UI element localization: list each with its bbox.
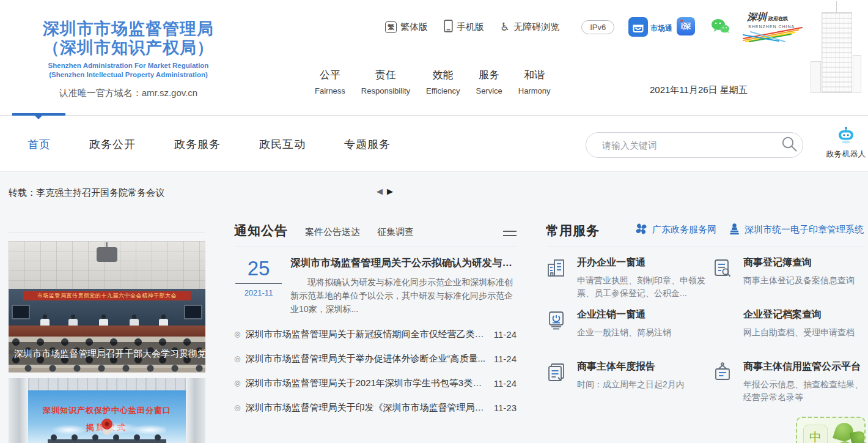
notice-item[interactable]: ◎ 深圳市市场监督管理局关于印发《深圳市市场监督管理局商... 11-23 bbox=[234, 395, 517, 420]
service-business-cancellation[interactable]: 企业注销一窗通 企业一般注销、简易注销 bbox=[546, 308, 712, 346]
nav-item-special-services[interactable]: 专题服务 bbox=[344, 137, 391, 152]
nav-item-gov-disclosure[interactable]: 政务公开 bbox=[89, 137, 136, 152]
mobile-version-link[interactable]: 手机版 bbox=[444, 20, 484, 34]
photo2-pillar-right bbox=[186, 378, 205, 443]
photo2-sky-banner: 深圳知识产权保护中心盐田分窗口 揭牌仪式 bbox=[28, 390, 186, 443]
news-ticker-link[interactable]: 转载：李克强主持召开国务院常务会议 bbox=[9, 187, 164, 199]
robot-label: 政务机器人 bbox=[824, 149, 868, 160]
notices-more-icon[interactable] bbox=[503, 231, 517, 239]
pinwheel-icon bbox=[634, 222, 648, 237]
notice-item[interactable]: ◎ 深圳市市场监督管理局关于新冠疫情期间全市仅经营乙类非... 11-24 bbox=[234, 322, 517, 346]
official-domain-notice: 认准唯一官方域名：amr.sz.gov.cn bbox=[16, 87, 241, 99]
services-section: 常用服务 广东政务服务网 深圳市统一电子印章管理系统 bbox=[546, 222, 864, 398]
value-harmony: 和谐 Harmony bbox=[518, 68, 551, 95]
site-title-en-line2: (Shenzhen Intellectual Property Administ… bbox=[16, 70, 241, 79]
value-service: 服务 Service bbox=[476, 68, 502, 95]
photo2-pillar-left bbox=[9, 378, 28, 443]
photo-desk bbox=[9, 326, 205, 337]
nav-divider-line bbox=[0, 115, 868, 116]
service-text: 商事主体年度报告 时间：成立周年之日起2月内 bbox=[577, 360, 685, 398]
services-title: 常用服务 bbox=[546, 222, 600, 239]
accessibility-link[interactable]: ♿ 无障碍浏览 bbox=[500, 21, 559, 33]
services-header: 常用服务 广东政务服务网 深圳市统一电子印章管理系统 bbox=[546, 222, 864, 247]
service-open-business[interactable]: 开办企业一窗通 申请营业执照、刻制印章、申领发票、员工参保登记、公积金... bbox=[546, 256, 712, 294]
nav-active-indicator bbox=[12, 113, 65, 116]
value-efficiency: 效能 Efficiency bbox=[426, 68, 460, 95]
featured-body: 深圳市市场监督管理局关于公示拟确认为研发与标... 现将拟确认为研发与标准化同步… bbox=[283, 256, 517, 316]
service-registry-query[interactable]: 商事登记簿查询 商事主体登记及备案信息查询 bbox=[712, 256, 864, 294]
floating-gov-widget[interactable]: 中 bbox=[796, 417, 866, 443]
featured-title: 深圳市市场监督管理局关于公示拟确认为研发与标... bbox=[290, 256, 517, 270]
bullet-icon: ◎ bbox=[234, 330, 240, 338]
site-title-line1: 深圳市市场监督管理局 bbox=[16, 20, 241, 39]
service-text: 企业注销一窗通 企业一般注销、简易注销 bbox=[577, 308, 671, 346]
carousel-caption: 深圳市市场监督管理局召开干部大会学习贯彻党的十... bbox=[9, 342, 205, 365]
shichangtong-app-label: 市场通 bbox=[650, 23, 672, 34]
site-logo[interactable]: 深圳市市场监督管理局 （深圳市知识产权局） Shenzhen Administr… bbox=[16, 20, 241, 99]
photo-carousel: 市场监管局宣传贯彻党的十九届六中全会精神干部大会 深圳市市场监督管理局召开干部大… bbox=[9, 233, 205, 443]
traditional-chinese-link[interactable]: 繁 繁体版 bbox=[385, 21, 428, 33]
site-title-line2: （深圳市知识产权局） bbox=[16, 39, 241, 58]
featured-day: 25 bbox=[234, 258, 283, 280]
accessibility-icon: ♿ bbox=[500, 21, 510, 32]
tab-case-announcements[interactable]: 案件公告送达 bbox=[305, 226, 360, 238]
guangdong-gov-services-link[interactable]: 广东政务服务网 bbox=[634, 222, 716, 237]
tab-surveys[interactable]: 征集调查 bbox=[377, 226, 414, 238]
bullet-icon: ◎ bbox=[234, 379, 240, 387]
carousel-slide-ceremony[interactable]: 深圳知识产权保护中心盐田分窗口 揭牌仪式 bbox=[9, 378, 205, 443]
robot-icon bbox=[835, 136, 857, 147]
gov-robot-assistant[interactable]: 政务机器人 bbox=[824, 127, 868, 160]
ishen-app-icon[interactable]: i深 bbox=[677, 17, 695, 35]
service-credit-platform[interactable]: 商事主体信用监管公示平台 年报公示信息、抽查检查结果、经营异常名录等 bbox=[712, 360, 864, 398]
bullet-icon: ◎ bbox=[234, 403, 240, 412]
phone-icon bbox=[444, 20, 453, 34]
clover-leaf-icon bbox=[850, 430, 866, 443]
photo2-ribbon-flower bbox=[101, 419, 112, 430]
service-annual-report[interactable]: 商事主体年度报告 时间：成立周年之日起2月内 bbox=[546, 360, 712, 398]
sz-logo-small-text: 政府在线 bbox=[768, 15, 788, 22]
photo-officials-heads bbox=[43, 315, 47, 319]
traditional-chinese-icon: 繁 bbox=[385, 21, 397, 33]
value-fairness: 公平 Fairness bbox=[315, 68, 345, 95]
mobile-version-label: 手机版 bbox=[457, 21, 484, 33]
notices-section: 通知公告 案件公告送达 征集调查 25 2021-11 深圳市市场监督管理局关于… bbox=[234, 222, 517, 420]
stacked-report-icon bbox=[546, 360, 568, 398]
nav-item-home[interactable]: 首页 bbox=[28, 137, 51, 152]
building-sketch-image bbox=[806, 1, 867, 94]
service-text: 商事主体信用监管公示平台 年报公示信息、抽查检查结果、经营异常名录等 bbox=[743, 360, 864, 398]
shichangtong-app-icon bbox=[628, 17, 648, 39]
search-button[interactable] bbox=[776, 133, 803, 157]
eseal-system-link[interactable]: 深圳市统一电子印章管理系统 bbox=[729, 223, 864, 237]
wechat-icon[interactable] bbox=[711, 18, 730, 37]
featured-notice[interactable]: 25 2021-11 深圳市市场监督管理局关于公示拟确认为研发与标... 现将拟… bbox=[234, 256, 517, 316]
ipv6-badge[interactable]: IPv6 bbox=[581, 20, 614, 34]
main-nav: 首页 政务公开 政务服务 政民互动 专题服务 bbox=[28, 137, 391, 152]
carousel-top-divider bbox=[9, 233, 205, 233]
featured-date-rule bbox=[235, 283, 282, 284]
search-icon bbox=[781, 136, 798, 154]
bullet-icon: ◎ bbox=[234, 354, 240, 363]
notice-item[interactable]: ◎ 深圳市市场监督管理局关于2021年深圳市学生书包等3类产... 11-24 bbox=[234, 371, 517, 395]
ishen-app-label: i深 bbox=[681, 21, 691, 32]
notice-list: ◎ 深圳市市场监督管理局关于新冠疫情期间全市仅经营乙类非... 11-24 ◎ … bbox=[234, 322, 517, 420]
sz-logo-ribbon-icon bbox=[742, 26, 811, 45]
ticker-prev-icon[interactable]: ◀ bbox=[377, 187, 383, 196]
hanging-sign-icon bbox=[712, 360, 734, 398]
building-windows-icon bbox=[546, 256, 568, 294]
photo-screen-left bbox=[12, 305, 30, 319]
shichangtong-app-link[interactable]: 市场通 bbox=[628, 17, 672, 39]
services-external-links: 广东政务服务网 深圳市统一电子印章管理系统 bbox=[634, 222, 864, 239]
shenzhen-gov-online-logo[interactable]: 深圳 政府在线 SHENZHEN CHINA bbox=[742, 11, 811, 45]
document-search-icon bbox=[712, 256, 734, 294]
value-responsibility: 责任 Responsibility bbox=[361, 68, 410, 95]
sz-logo-script-text: 深圳 bbox=[747, 11, 767, 24]
search-input[interactable] bbox=[586, 140, 776, 151]
services-grid: 开办企业一窗通 申请营业执照、刻制印章、申领发票、员工参保登记、公积金... 商… bbox=[546, 256, 864, 398]
ticker-next-icon[interactable]: ▶ bbox=[387, 187, 393, 196]
nav-item-gov-services[interactable]: 政务服务 bbox=[174, 137, 221, 152]
nav-item-interaction[interactable]: 政民互动 bbox=[259, 137, 306, 152]
notice-item[interactable]: ◎ 深圳市市场监督管理局关于举办促进体外诊断企业“高质量... 11-24 bbox=[234, 346, 517, 371]
core-values: 公平 Fairness 责任 Responsibility 效能 Efficie… bbox=[315, 68, 551, 95]
service-archive-query[interactable]: 企业登记档案查询 网上自助查档、受理申请查档 bbox=[712, 308, 864, 346]
carousel-slide-conference[interactable]: 市场监管局宣传贯彻党的十九届六中全会精神干部大会 深圳市市场监督管理局召开干部大… bbox=[9, 241, 205, 373]
